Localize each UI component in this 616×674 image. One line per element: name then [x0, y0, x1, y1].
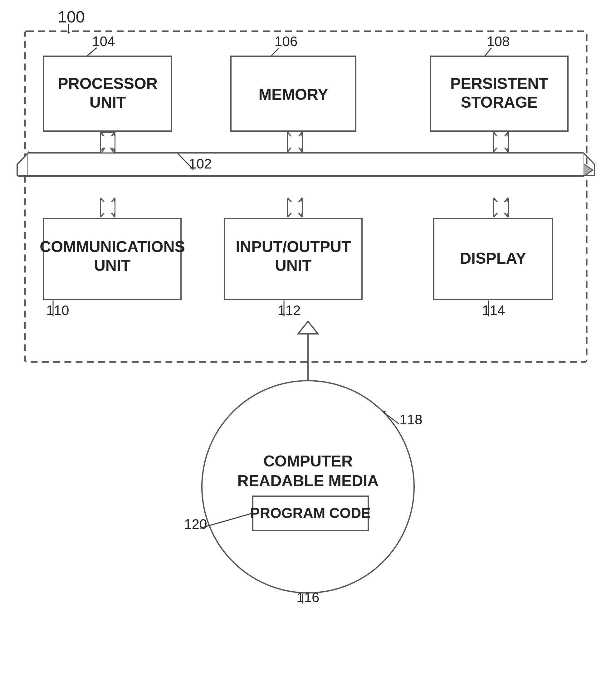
- ref-112-label: 112: [278, 303, 301, 318]
- persistent-storage-label: PERSISTENT: [450, 75, 548, 92]
- ref-106-label: 106: [275, 34, 297, 49]
- svg-text:UNIT: UNIT: [94, 257, 131, 274]
- svg-rect-49: [101, 202, 114, 213]
- ref-104-label: 104: [92, 34, 115, 49]
- computer-readable-media-label1: COMPUTER: [264, 452, 352, 470]
- communications-unit-label: COMMUNICATIONS: [40, 238, 185, 255]
- svg-marker-13: [584, 164, 593, 176]
- svg-marker-2: [67, 32, 70, 34]
- svg-rect-35: [288, 136, 302, 147]
- ref-110-label: 110: [46, 303, 69, 318]
- ref-108-label: 108: [487, 34, 510, 49]
- diagram-svg: 100 PROCESSOR UNIT 104 MEMORY 106 PERSIS…: [0, 0, 616, 674]
- svg-marker-17: [18, 153, 28, 176]
- svg-rect-55: [494, 202, 508, 213]
- display-label: DISPLAY: [460, 250, 526, 267]
- computer-readable-media-label2: READABLE MEDIA: [237, 472, 379, 489]
- program-code-label: PROGRAM CODE: [250, 505, 371, 521]
- svg-rect-32: [101, 136, 114, 147]
- ref-116-label: 116: [296, 590, 319, 605]
- input-output-unit-label: INPUT/OUTPUT: [236, 238, 351, 255]
- svg-rect-52: [288, 202, 302, 213]
- memory-label: MEMORY: [259, 86, 328, 103]
- ref-118-label: 118: [399, 412, 422, 427]
- svg-text:UNIT: UNIT: [275, 257, 312, 274]
- ref-114-label: 114: [482, 303, 505, 318]
- svg-text:UNIT: UNIT: [90, 94, 126, 111]
- svg-rect-21: [28, 153, 584, 176]
- svg-marker-64: [298, 321, 318, 334]
- processor-unit-label: PROCESSOR: [58, 75, 158, 92]
- ref-100-label: 100: [58, 8, 85, 26]
- svg-text:STORAGE: STORAGE: [461, 94, 538, 111]
- svg-marker-29: [102, 132, 113, 133]
- diagram-container: 100 PROCESSOR UNIT 104 MEMORY 106 PERSIS…: [0, 0, 616, 674]
- svg-rect-38: [494, 136, 508, 147]
- ref-120-label: 120: [184, 517, 207, 532]
